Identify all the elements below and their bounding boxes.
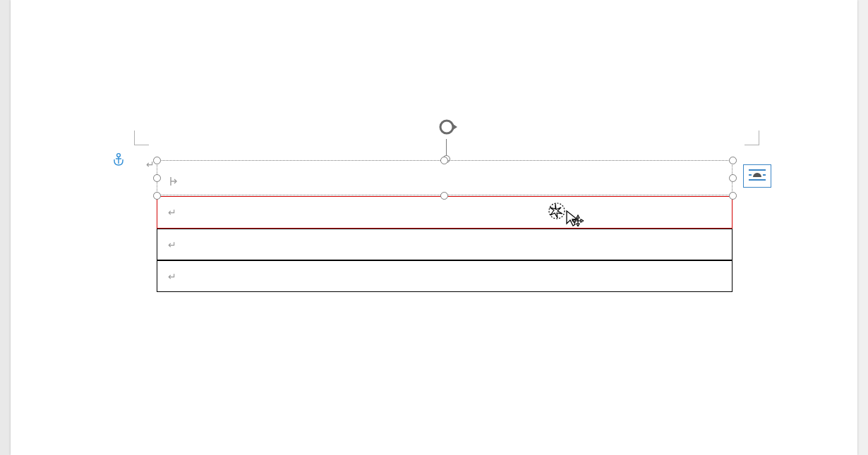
table[interactable]: ↵ ↵ ↵ — [157, 196, 733, 292]
resize-handle-top-middle[interactable] — [440, 157, 448, 164]
selected-text-box[interactable] — [157, 160, 733, 195]
rotation-handle[interactable] — [436, 116, 457, 159]
resize-handle-bottom-right[interactable] — [729, 192, 737, 200]
svg-marker-16 — [577, 215, 579, 218]
move-cursor-icon — [547, 201, 584, 229]
object-anchor-icon — [113, 152, 124, 166]
resize-handle-middle-right[interactable] — [729, 174, 737, 182]
resize-handle-middle-left[interactable] — [153, 174, 161, 182]
layout-options-icon — [747, 167, 768, 186]
header-margin-corner-left — [134, 131, 149, 145]
resize-handle-bottom-middle[interactable] — [440, 192, 448, 200]
header-margin-corner-right — [745, 131, 759, 145]
svg-marker-19 — [581, 219, 584, 222]
table-row[interactable]: ↵ — [157, 196, 733, 229]
paragraph-mark: ↵ — [168, 271, 176, 282]
indent-mark — [169, 176, 178, 189]
resize-handle-top-left[interactable] — [153, 157, 161, 164]
svg-point-5 — [440, 121, 453, 133]
resize-handle-bottom-left[interactable] — [153, 192, 161, 200]
layout-options-button[interactable] — [743, 164, 771, 188]
table-row[interactable]: ↵ — [157, 260, 733, 292]
vertical-scrollbar-track[interactable] — [857, 0, 868, 455]
rotate-icon — [436, 128, 457, 140]
svg-marker-6 — [453, 124, 457, 130]
resize-handle-top-right[interactable] — [729, 157, 737, 164]
paragraph-mark: ↵ — [168, 239, 176, 250]
paragraph-mark: ↵ — [168, 207, 176, 218]
svg-point-0 — [117, 154, 121, 157]
table-row[interactable]: ↵ — [157, 229, 733, 260]
svg-marker-17 — [577, 224, 579, 226]
document-page[interactable]: ↵ ↵ ↵ ↵ — [11, 0, 857, 455]
